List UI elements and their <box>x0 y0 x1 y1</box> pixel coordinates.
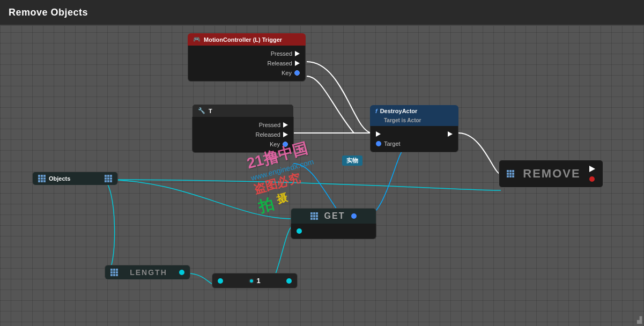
remove-body: REMOVE <box>499 160 603 188</box>
motion-controller-header: 🎮 MotionController (L) Trigger <box>188 33 306 46</box>
exec-out-arrow <box>448 131 453 137</box>
get-grid-icon <box>310 212 318 220</box>
destroy-pin-target: Target <box>371 139 458 149</box>
num-right-dot <box>286 278 292 284</box>
t-pin-key-dot <box>283 142 288 147</box>
destroy-actor-subheader: Target is Actor <box>375 117 421 123</box>
remove-exec-out <box>589 166 595 172</box>
t-pin-released-arrow <box>283 132 288 137</box>
pin-key: Key <box>188 68 305 78</box>
length-right-dot <box>179 270 184 275</box>
length-node[interactable]: LENGTH <box>105 265 190 279</box>
length-header: LENGTH <box>105 265 190 279</box>
pin-released: Released <box>188 58 305 68</box>
num-circle-dot <box>249 278 254 284</box>
pin-pressed-arrow <box>295 51 300 56</box>
length-grid-icon <box>110 269 118 276</box>
number-header: 1 <box>212 273 298 288</box>
motion-controller-body: Pressed Released Key <box>188 46 306 82</box>
watermark-line5: 摄 <box>275 190 291 212</box>
t-node[interactable]: 🔧 T Pressed Released Key <box>192 104 294 153</box>
target-pin-dot <box>376 141 381 146</box>
resize-handle[interactable]: ▟ <box>637 316 642 324</box>
remove-grid-icon <box>507 170 514 177</box>
num-left-dot <box>218 278 223 284</box>
remove-pins <box>589 166 595 182</box>
objects-node[interactable]: Objects <box>32 172 118 185</box>
t-header: 🔧 T <box>192 104 294 117</box>
blueprint-canvas[interactable]: Remove Objects 🎮 MotionController (L) Tr… <box>0 0 644 326</box>
objects-header: Objects <box>32 172 118 185</box>
destroy-exec-row <box>371 129 458 139</box>
t-pin-pressed-arrow <box>283 122 288 128</box>
get-pin-left <box>291 227 376 235</box>
destroy-actor-node[interactable]: f DestroyActor Target is Actor Target <box>370 105 458 152</box>
page-title: Remove Objects <box>9 7 88 18</box>
destroy-actor-header: f DestroyActor Target is Actor <box>370 105 458 126</box>
gamepad-icon: 🎮 <box>193 36 201 43</box>
watermark-line4: 拍 <box>256 194 276 218</box>
t-icon: 🔧 <box>198 107 205 114</box>
exec-in-arrow <box>376 131 381 137</box>
pin-released-arrow <box>295 61 300 66</box>
watermark-line3: 盗图必究 <box>252 166 319 198</box>
number-node[interactable]: 1 <box>212 273 298 288</box>
t-body: Pressed Released Key <box>192 117 294 153</box>
get-body <box>291 224 376 239</box>
number-value: 1 <box>256 277 260 285</box>
grid-icon <box>38 175 46 182</box>
get-right-dot <box>351 213 357 219</box>
get-left-dot <box>297 228 302 234</box>
watermark-line2: www.enginedx.com <box>250 157 315 182</box>
pin-key-dot <box>294 70 300 76</box>
t-pin-pressed: Pressed <box>193 120 293 130</box>
grid-icon-right <box>105 175 112 182</box>
function-icon: f <box>375 108 377 114</box>
remove-node[interactable]: REMOVE <box>499 160 603 188</box>
connection-label: 实物 <box>342 155 362 166</box>
destroy-actor-body: Target <box>370 126 458 152</box>
get-node[interactable]: GET <box>291 208 376 239</box>
t-pin-released: Released <box>193 130 293 139</box>
t-pin-key: Key <box>193 139 293 149</box>
remove-red-dot <box>589 176 595 182</box>
get-header: GET <box>291 208 376 224</box>
motion-controller-node[interactable]: 🎮 MotionController (L) Trigger Pressed R… <box>188 33 306 82</box>
pin-pressed: Pressed <box>188 49 305 58</box>
title-bar: Remove Objects <box>0 0 644 26</box>
